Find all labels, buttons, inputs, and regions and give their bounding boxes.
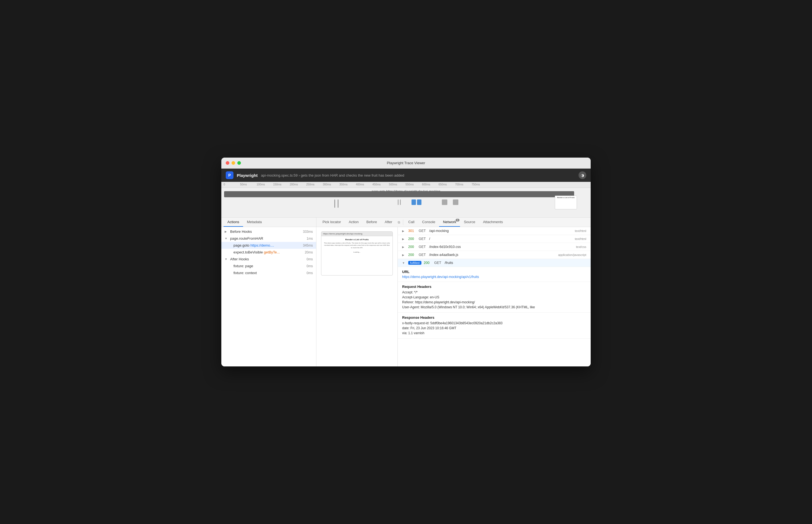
tab-pick-locator[interactable]: Pick locator	[319, 218, 345, 227]
tab-call[interactable]: Call	[404, 218, 418, 227]
close-button[interactable]	[226, 161, 229, 165]
chevron-right-icon: ▶	[402, 229, 406, 232]
tab-action[interactable]: Action	[345, 218, 362, 227]
list-item[interactable]: page.goto https://demo.... 345ms	[221, 242, 316, 249]
status-code: 200	[408, 253, 417, 257]
header-brand: Playwright	[237, 173, 258, 178]
list-item[interactable]: expect.toBeVisible getByTe... 20ms	[221, 249, 316, 256]
action-label: expect.toBeVisible getByTe...	[233, 250, 297, 254]
chevron-right-icon: ▶	[225, 230, 228, 233]
browser-content: Render a List of Fruits This demo app re…	[321, 236, 392, 256]
url-path: /fruits	[444, 261, 586, 265]
content-type: text/css	[576, 245, 586, 248]
chevron-down-icon: ▼	[402, 261, 406, 264]
tab-metadata[interactable]: Metadata	[243, 218, 266, 227]
url-path: /	[429, 237, 572, 241]
preview-description: This demo app renders a list of fruits. …	[324, 242, 390, 249]
ruler-mark: 250ms	[306, 183, 314, 186]
chevron-down-icon: ▼	[225, 237, 228, 240]
list-item[interactable]: ▼ page.routeFromHAR 1ms	[221, 235, 316, 242]
tab-source[interactable]: Source	[460, 218, 479, 227]
external-link-icon[interactable]: ⧉	[396, 218, 402, 227]
net-bar-highlighted	[417, 199, 421, 205]
traffic-lights	[226, 161, 241, 165]
ruler-mark: 700ms	[455, 183, 463, 186]
list-item[interactable]: fixture: context 0ms	[221, 269, 316, 276]
header-row: date: Fri, 23 Jun 2023 10:16:46 GMT	[402, 326, 586, 331]
ruler-mark: 100ms	[257, 183, 265, 186]
timeline-area[interactable]: 0 50ms 100ms 150ms 200ms 250ms 300ms 350…	[221, 182, 591, 218]
status-code: 200	[408, 245, 417, 249]
preview-area: https://demo.playwright.dev/api-mocking …	[316, 227, 398, 366]
url-section: URL https://demo.playwright.dev/api-mock…	[398, 267, 591, 282]
tab-actions[interactable]: Actions	[224, 218, 243, 227]
timeline-ruler: 0 50ms 100ms 150ms 200ms 250ms 300ms 350…	[221, 182, 591, 188]
network-entry[interactable]: ▶ 200 GET / text/html	[398, 235, 591, 243]
tab-before[interactable]: Before	[362, 218, 380, 227]
net-bar	[400, 199, 401, 205]
minimize-button[interactable]	[231, 161, 235, 165]
http-method: GET	[419, 253, 427, 257]
action-label: After Hooks	[230, 257, 297, 261]
header-row: Accept-Language: en-US	[402, 295, 586, 300]
request-headers-label: Request Headers	[402, 284, 586, 289]
http-method: GET	[419, 237, 427, 241]
action-label: Before Hooks	[230, 229, 297, 234]
tab-after[interactable]: After	[381, 218, 396, 227]
right-panel: Pick locator Action Before After ⧉ Call …	[316, 218, 591, 366]
header-row: via: 1.1 varnish	[402, 331, 586, 335]
action-duration: 1ms	[299, 237, 313, 241]
tab-attachments[interactable]: Attachments	[479, 218, 507, 227]
theme-toggle-button[interactable]: ◑	[579, 171, 586, 179]
ruler-mark: 200ms	[290, 183, 298, 186]
action-label: fixture: context	[233, 271, 297, 275]
tab-network[interactable]: Network5	[439, 218, 460, 227]
chevron-down-icon: ▼	[225, 258, 228, 261]
right-content: https://demo.playwright.dev/api-mocking …	[316, 227, 591, 366]
timeline-bar-area[interactable]: Render a List of Fruits	[221, 189, 591, 211]
ruler-mark: 600ms	[422, 183, 430, 186]
network-entry[interactable]: ▶ 200 GET /index-6d10c910.css text/css	[398, 243, 591, 251]
response-headers-label: Response Headers	[402, 315, 586, 320]
header-path: api-mocking.spec.ts:59 › gets the json f…	[261, 173, 575, 177]
list-item[interactable]: ▼ After Hooks 0ms	[221, 256, 316, 263]
header-row: x-fastly-request-id: 5ddf0be4a19601343b8…	[402, 321, 586, 326]
content-type: text/html	[575, 237, 586, 241]
browser-url-bar: https://demo.playwright.dev/api-mocking	[321, 232, 392, 236]
url-label: URL	[402, 270, 586, 274]
http-method: GET	[419, 229, 427, 233]
ruler-mark: 500ms	[389, 183, 397, 186]
list-item[interactable]: ▶ Before Hooks 333ms	[221, 228, 316, 235]
action-duration: 0ms	[299, 257, 313, 261]
fulfilled-badge: fulfilled	[408, 261, 421, 265]
network-entry[interactable]: ▶ 200 GET /index-a4aa9aeb.js application…	[398, 251, 591, 259]
content-type: text/html	[575, 229, 586, 232]
net-bar	[338, 199, 339, 208]
tab-console[interactable]: Console	[418, 218, 439, 227]
timeline-main-bar	[224, 191, 574, 197]
network-entry-expanded[interactable]: ▼ fulfilled 200 GET /fruits	[398, 259, 591, 267]
ruler-mark: 50ms	[240, 183, 247, 186]
panel-tabs: Actions Metadata	[221, 218, 316, 227]
network-badge: 5	[456, 219, 459, 222]
window-title: Playwright Trace Viewer	[387, 161, 425, 165]
divider	[403, 219, 403, 225]
list-item[interactable]: fixture: page 0ms	[221, 263, 316, 269]
status-code: 200	[424, 261, 432, 265]
app-window: Playwright Trace Viewer P Playwright api…	[221, 158, 591, 366]
ruler-mark: 750ms	[472, 183, 480, 186]
http-method: GET	[434, 261, 442, 265]
preview-loading: Loading...	[324, 251, 390, 253]
maximize-button[interactable]	[237, 161, 241, 165]
network-entry[interactable]: ▶ 301 GET /api-mocking text/html	[398, 227, 591, 235]
action-duration: 0ms	[299, 264, 313, 268]
action-label: page.goto https://demo....	[233, 243, 297, 247]
net-bar	[453, 199, 458, 205]
chevron-right-icon: ▶	[402, 253, 406, 257]
url-path: /api-mocking	[429, 229, 572, 233]
titlebar: Playwright Trace Viewer	[221, 158, 591, 169]
header-row: Accept: */*	[402, 290, 586, 295]
ruler-mark: 0	[224, 183, 225, 186]
url-path: /index-6d10c910.css	[429, 245, 574, 249]
ruler-mark: 650ms	[439, 183, 447, 186]
